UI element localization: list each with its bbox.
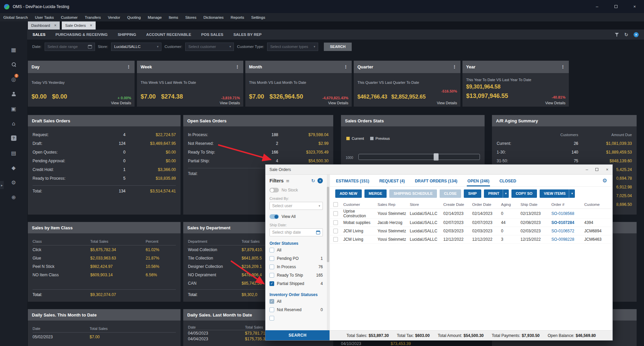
- checkbox-icon[interactable]: [269, 307, 274, 312]
- tab-request[interactable]: REQUEST (4): [379, 176, 405, 186]
- close-circle-icon[interactable]: ×: [634, 32, 639, 37]
- menu-vendor[interactable]: Vendor: [108, 15, 120, 19]
- created-by-select[interactable]: Select user ▾: [269, 202, 323, 210]
- maximize-icon[interactable]: [595, 168, 598, 171]
- menu-settings[interactable]: Settings: [251, 15, 265, 19]
- subtab-account-receivable[interactable]: ACCOUNT RECEIVABLE: [146, 33, 191, 37]
- contacts-icon[interactable]: [0, 90, 27, 98]
- kebab-menu-icon[interactable]: ⋮: [127, 64, 131, 69]
- row-checkbox[interactable]: [333, 229, 338, 233]
- copy-so-button[interactable]: COPY SO: [511, 189, 537, 198]
- view-items-button[interactable]: VIEW ITEMS▾: [540, 189, 575, 198]
- tab-dashboard[interactable]: Dashboard ×: [28, 21, 60, 30]
- chevron-down-icon[interactable]: ▾: [569, 189, 575, 198]
- no-stock-toggle[interactable]: No Stock: [269, 188, 323, 192]
- filters-search-button[interactable]: SEARCH: [265, 330, 330, 340]
- checkbox-checked-icon[interactable]: ✓: [269, 299, 274, 304]
- shipping-schedule-button[interactable]: SHIPPING SCHEDULE: [389, 189, 437, 198]
- view-all-toggle[interactable]: View All: [269, 214, 323, 219]
- menu-items[interactable]: Items: [169, 15, 178, 19]
- close-icon[interactable]: ×: [606, 167, 608, 172]
- close-circle-icon[interactable]: ×: [317, 178, 323, 183]
- catalog-icon[interactable]: ▣: [0, 104, 27, 113]
- filter-inventory-not-reserved[interactable]: Not Reserved0: [269, 305, 323, 314]
- toggle-off-icon[interactable]: [269, 188, 279, 192]
- tasks-icon[interactable]: ▤: [0, 149, 27, 157]
- row-checkbox[interactable]: [333, 211, 338, 216]
- merge-button[interactable]: MERGE: [364, 189, 387, 198]
- close-tab-icon[interactable]: ×: [90, 23, 92, 28]
- checkbox-icon[interactable]: [269, 265, 274, 269]
- filter-status-ready-to-ship[interactable]: Ready To Ship165: [269, 271, 323, 279]
- date-range-input[interactable]: Select date range: [45, 43, 95, 51]
- chevron-down-icon[interactable]: ▾: [503, 189, 509, 198]
- filter-status-all[interactable]: All: [269, 246, 323, 254]
- menu-transfers[interactable]: Transfers: [85, 15, 101, 19]
- checkbox-icon[interactable]: [269, 248, 274, 252]
- tags-icon[interactable]: ◆: [0, 163, 27, 172]
- add-new-button[interactable]: ADD NEW: [335, 189, 362, 198]
- menu-dictionaries[interactable]: Dictionaries: [203, 15, 224, 19]
- close-order-button[interactable]: CLOSE: [440, 189, 461, 198]
- order-number-link[interactable]: SO-0108568: [551, 211, 584, 216]
- menu-stores[interactable]: Stores: [185, 15, 196, 19]
- ship-date-input[interactable]: Select ship date: [269, 228, 323, 236]
- funnel-icon[interactable]: [615, 33, 619, 37]
- view-details-link[interactable]: View Details: [437, 101, 457, 105]
- gear-icon[interactable]: ⚙: [602, 177, 607, 184]
- view-details-link[interactable]: View Details: [220, 101, 240, 105]
- minimize-icon[interactable]: –: [588, 0, 606, 13]
- store-select[interactable]: LucidaUSALLC ▾: [111, 43, 161, 51]
- filter-inventory-all[interactable]: ✓All: [269, 297, 323, 305]
- sidebar-expander-icon[interactable]: ▸: [0, 181, 4, 189]
- settings-gear-icon[interactable]: ⚙: [0, 178, 27, 187]
- sort-icon[interactable]: ≡: [286, 178, 290, 183]
- menu-manage[interactable]: Manage: [148, 15, 162, 19]
- tab-draft-orders[interactable]: DRAFT ORDERS (134): [414, 176, 458, 186]
- row-checkbox[interactable]: [333, 220, 338, 225]
- tab-open[interactable]: OPEN (246): [467, 176, 490, 186]
- globe-icon[interactable]: ⊕: [0, 193, 27, 201]
- close-tab-icon[interactable]: ×: [54, 23, 56, 28]
- refresh-icon[interactable]: ↻: [311, 178, 315, 183]
- checkbox-icon[interactable]: [269, 273, 274, 278]
- filters-scrollbar[interactable]: [327, 175, 329, 330]
- order-number-link[interactable]: SO-0098228: [551, 237, 584, 242]
- checkbox-icon[interactable]: [269, 256, 274, 261]
- menu-quoting[interactable]: Quoting: [127, 15, 141, 19]
- subtab-sales-by-rep[interactable]: SALES BY REP: [233, 33, 261, 37]
- menu-global-search[interactable]: Global Search: [3, 15, 28, 19]
- filter-status-partial-shipped[interactable]: ✓Partial Shipped4: [269, 279, 323, 288]
- kebab-menu-icon[interactable]: ⋮: [452, 64, 457, 69]
- kebab-menu-icon[interactable]: ⋮: [344, 64, 348, 69]
- order-number-link[interactable]: SO-0107284: [551, 220, 584, 225]
- menu-user-tasks[interactable]: User Tasks: [35, 15, 54, 19]
- tab-estimates[interactable]: ESTIMATES (151): [335, 176, 370, 186]
- order-row[interactable]: JCM LivingYossi Steinmetz LucidaUSALLC02…: [330, 227, 612, 235]
- menu-reports[interactable]: Reports: [231, 15, 244, 19]
- ship-button[interactable]: SHIP: [464, 189, 481, 198]
- subtab-sales[interactable]: SALES: [33, 33, 45, 37]
- order-row[interactable]: Mobat suppliesJacob Herzog LucidaUSALLC0…: [330, 219, 612, 227]
- subtab-pos-sales[interactable]: POS SALES: [201, 33, 224, 37]
- subtab-purchasing[interactable]: PURCHASING & RECEIVING: [55, 33, 107, 37]
- select-all-checkbox[interactable]: [333, 202, 338, 207]
- help-icon[interactable]: ?: [0, 134, 27, 142]
- slider-handle[interactable]: [434, 153, 439, 161]
- orders-icon[interactable]: ◎ 0: [0, 75, 27, 83]
- kebab-menu-icon[interactable]: ⋮: [561, 64, 565, 69]
- refresh-icon[interactable]: ↻: [624, 32, 628, 37]
- filter-status-pending-po[interactable]: Pending PO1: [269, 254, 323, 263]
- minimize-icon[interactable]: –: [586, 167, 588, 172]
- customer-select[interactable]: Select customer ▾: [185, 43, 234, 51]
- tab-sale-orders[interactable]: Sale Orders ×: [62, 21, 95, 30]
- subtab-shipping[interactable]: SHIPPING: [118, 33, 136, 37]
- kebab-menu-icon[interactable]: ⋮: [235, 64, 240, 69]
- toggle-on-icon[interactable]: [269, 214, 279, 219]
- view-details-link[interactable]: View Details: [111, 101, 131, 105]
- chart-range-slider[interactable]: [358, 154, 480, 160]
- filter-status-in-process[interactable]: In Process76: [269, 263, 323, 271]
- search-icon[interactable]: [0, 60, 27, 69]
- checkbox-checked-icon[interactable]: ✓: [269, 281, 274, 286]
- row-checkbox[interactable]: [333, 237, 338, 242]
